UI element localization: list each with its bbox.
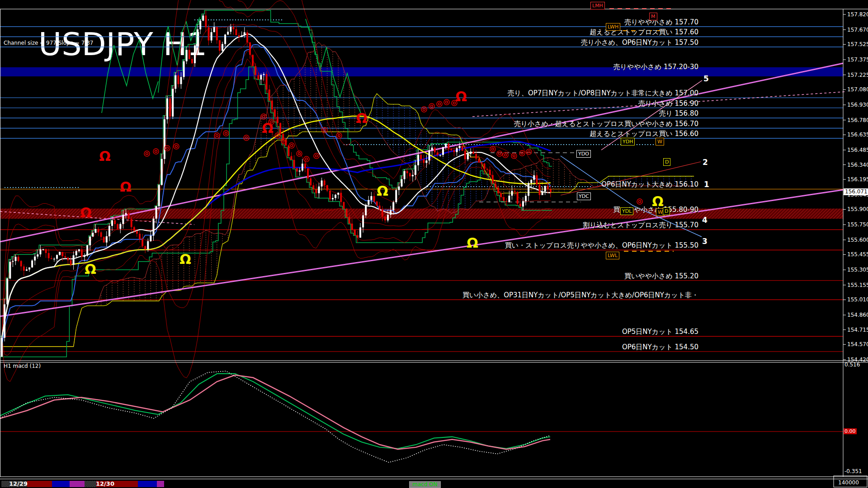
candle: [194, 46, 196, 63]
candle: [390, 210, 392, 215]
price-axis-label[interactable]: 154.570: [847, 341, 868, 347]
candle: [484, 164, 486, 169]
session-segment: [85, 481, 96, 487]
candle: [299, 170, 301, 171]
price-axis-label[interactable]: 156.635: [847, 131, 868, 138]
candle: [478, 159, 480, 163]
channel-info-label: Channel size = 977 Slope = 7.37: [4, 40, 93, 46]
candle: [28, 267, 30, 270]
candle: [158, 185, 160, 206]
candle: [114, 221, 116, 224]
candle: [439, 155, 441, 156]
price-axis-label[interactable]: 154.860: [847, 312, 868, 318]
candle: [67, 258, 69, 260]
price-axis-label[interactable]: 157.080: [847, 86, 868, 93]
candle: [70, 260, 72, 265]
chart-canvas[interactable]: USDJPY H1ΩΩΩΩΩΩΩΩΩΩΩ: [0, 0, 868, 488]
omega-marker: Ω: [377, 183, 388, 199]
price-annotation: 買い・ストップロス売りやや小さめ、OP6日NYカット 155.50: [505, 241, 698, 250]
candle: [318, 187, 320, 193]
candle: [108, 226, 110, 236]
candle: [423, 160, 425, 163]
price-band: [0, 67, 843, 76]
candle: [26, 269, 28, 271]
candle: [20, 261, 22, 267]
candle: [191, 59, 193, 63]
candle: [166, 99, 168, 119]
candle: [139, 234, 141, 239]
candle: [169, 99, 171, 117]
macd-axis-bottom: -0.351: [844, 468, 862, 474]
candle: [495, 183, 496, 188]
candle: [321, 180, 323, 186]
candle: [346, 209, 348, 217]
date-axis-label: 12/30: [96, 480, 114, 487]
price-axis-label[interactable]: 156.780: [847, 117, 868, 123]
price-axis-label[interactable]: 155.900: [847, 206, 868, 212]
session-segment: [70, 481, 85, 487]
candle: [459, 146, 461, 148]
price-axis-label[interactable]: 155.305: [847, 267, 868, 273]
candle: [98, 229, 99, 232]
candle: [539, 184, 541, 195]
candle: [508, 196, 510, 202]
candle: [442, 147, 444, 155]
price-axis-label[interactable]: 156.930: [847, 102, 868, 108]
price-axis-label[interactable]: 156.195: [847, 176, 868, 183]
candle: [343, 202, 344, 209]
candle: [417, 155, 419, 165]
candle: [404, 171, 406, 179]
candle: [260, 75, 262, 80]
price-axis-label[interactable]: 155.750: [847, 221, 868, 228]
level-label-box: YDC: [577, 192, 591, 200]
session-segment: [138, 481, 157, 487]
price-axis-label[interactable]: 155.010: [847, 296, 868, 303]
candle: [136, 231, 138, 234]
candle: [186, 50, 188, 61]
omega-marker: Ω: [120, 179, 132, 195]
candle: [415, 165, 416, 175]
macd-toggle-button[interactable]: macd ON: [409, 481, 441, 488]
price-axis-label[interactable]: 155.155: [847, 282, 868, 288]
price-axis-label[interactable]: 155.600: [847, 237, 868, 243]
candle: [530, 180, 532, 183]
candle: [536, 175, 538, 184]
price-axis-label[interactable]: 154.715: [847, 327, 868, 333]
candle: [125, 213, 127, 215]
price-axis-label[interactable]: 157.670: [847, 27, 868, 33]
candle: [387, 215, 389, 221]
price-axis-label[interactable]: 156.340: [847, 162, 868, 168]
candle: [133, 227, 135, 231]
price-axis-label[interactable]: 157.375: [847, 56, 868, 63]
candle: [277, 117, 278, 123]
candle: [379, 206, 381, 210]
candle: [497, 188, 499, 193]
candle: [117, 224, 118, 229]
candle: [486, 169, 488, 170]
price-axis-label[interactable]: 155.455: [847, 251, 868, 258]
candle: [522, 201, 524, 206]
candle: [349, 217, 350, 224]
candle: [279, 123, 281, 134]
price-axis-label[interactable]: 157.820: [847, 11, 868, 18]
candle: [550, 189, 552, 192]
candle: [266, 74, 268, 89]
candle: [227, 32, 229, 34]
candle: [42, 249, 44, 250]
price-axis-label[interactable]: 156.485: [847, 147, 868, 153]
candle: [392, 202, 394, 211]
candle: [213, 27, 215, 32]
candle: [122, 215, 124, 224]
level-label-box: LWL: [606, 252, 619, 259]
level-label-box: LWH: [606, 23, 620, 31]
swing-number-label: 5: [703, 74, 709, 83]
candle: [525, 196, 527, 201]
price-annotation: 買いやや小さめ 155.20: [624, 272, 698, 281]
candle: [434, 148, 436, 153]
price-annotation: 売り、OP7日NYカット/OP8日NYカット非常に大きめ 157.00: [508, 89, 698, 98]
price-axis-label[interactable]: 157.525: [847, 41, 868, 47]
level-label-box: D: [663, 207, 670, 215]
candle: [59, 252, 61, 255]
candle: [326, 185, 328, 191]
price-axis-label[interactable]: 157.225: [847, 72, 868, 78]
